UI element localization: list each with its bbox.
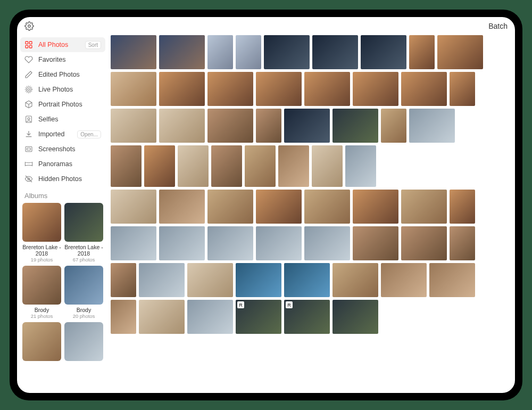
sidebar-item-favorites[interactable]: Favorites [20, 52, 105, 67]
photo-thumb[interactable] [256, 109, 281, 143]
svg-rect-10 [26, 146, 32, 151]
photo-thumb[interactable] [178, 145, 209, 187]
photo-thumb[interactable] [278, 145, 309, 187]
photo-thumb[interactable] [312, 145, 343, 187]
photo-thumb[interactable] [207, 35, 233, 69]
photo-thumb[interactable] [264, 35, 310, 69]
photo-thumb[interactable] [353, 72, 398, 106]
photo-thumb[interactable] [207, 190, 253, 224]
sidebar-item-label: All Photos [38, 41, 80, 48]
album-thumb [22, 322, 61, 361]
photo-thumb[interactable] [284, 263, 330, 297]
photo-thumb[interactable] [159, 35, 205, 69]
pencil-icon [24, 70, 33, 79]
sidebar: All Photos Sort Favorites Edited Photos … [17, 35, 109, 393]
photo-thumb[interactable] [111, 72, 156, 106]
photo-thumb[interactable] [111, 226, 156, 260]
albums-grid: Brereton Lake - 2018 19 photos Brereton … [20, 203, 105, 365]
album-item[interactable]: Brereton Lake - 2018 67 photos [64, 203, 103, 263]
photo-thumb[interactable] [381, 109, 406, 143]
photo-thumb[interactable] [332, 300, 378, 334]
photo-thumb[interactable] [187, 300, 233, 334]
eye-off-icon [24, 175, 33, 183]
panorama-icon [24, 160, 33, 168]
photo-thumb[interactable] [139, 300, 185, 334]
sort-button[interactable]: Sort [85, 41, 101, 49]
sidebar-item-live[interactable]: Live Photos [20, 82, 105, 97]
photo-thumb[interactable] [111, 145, 142, 187]
photo-thumb[interactable] [437, 35, 483, 69]
album-count: 20 photos [64, 313, 103, 319]
photo-thumb[interactable] [236, 263, 281, 297]
sidebar-item-screenshots[interactable]: Screenshots [20, 142, 105, 157]
photo-thumb[interactable] [245, 145, 276, 187]
photo-thumb[interactable] [361, 35, 406, 69]
sidebar-item-hidden[interactable]: Hidden Photos [20, 171, 105, 186]
album-item[interactable]: Brody 20 photos [64, 266, 103, 319]
screenshot-icon [24, 145, 33, 153]
photo-thumb[interactable] [401, 72, 447, 106]
photo-thumb[interactable] [345, 145, 376, 187]
photo-thumb[interactable] [450, 190, 475, 224]
photo-thumb[interactable] [284, 109, 330, 143]
photo-thumb[interactable] [211, 145, 242, 187]
photo-grid[interactable]: RR [109, 35, 515, 393]
photo-thumb[interactable] [139, 263, 185, 297]
photo-thumb[interactable] [332, 263, 378, 297]
album-count: 19 photos [22, 257, 61, 263]
photo-thumb[interactable] [409, 109, 455, 143]
sidebar-item-portrait[interactable]: Portrait Photos [20, 97, 105, 112]
photo-thumb[interactable] [159, 190, 205, 224]
photo-thumb[interactable] [304, 190, 350, 224]
gear-icon[interactable] [24, 21, 34, 31]
sidebar-item-edited[interactable]: Edited Photos [20, 67, 105, 82]
album-thumb [64, 322, 103, 361]
photo-thumb[interactable] [159, 72, 205, 106]
sidebar-item-selfies[interactable]: Selfies [20, 112, 105, 127]
photo-thumb[interactable] [450, 226, 475, 260]
photo-thumb[interactable] [256, 226, 302, 260]
album-item[interactable]: Brereton Lake - 2018 19 photos [22, 203, 61, 263]
photo-thumb[interactable] [332, 109, 378, 143]
photo-thumb[interactable] [256, 190, 302, 224]
photo-thumb[interactable] [144, 145, 175, 187]
photo-thumb[interactable] [381, 263, 427, 297]
photo-thumb[interactable] [312, 35, 358, 69]
photo-thumb[interactable] [207, 72, 253, 106]
photo-thumb[interactable] [304, 72, 350, 106]
photo-thumb[interactable] [401, 190, 447, 224]
batch-button[interactable]: Batch [488, 22, 508, 30]
ipad-frame: Batch All Photos Sort Favorites Edited P… [10, 10, 522, 400]
photo-thumb[interactable] [236, 35, 261, 69]
open-button[interactable]: Open... [77, 130, 101, 138]
photo-thumb[interactable] [353, 190, 398, 224]
photo-thumb[interactable] [429, 263, 475, 297]
photo-thumb[interactable]: R [284, 300, 330, 334]
photo-thumb[interactable] [256, 72, 302, 106]
sidebar-item-label: Portrait Photos [38, 101, 101, 108]
photo-thumb[interactable] [450, 72, 475, 106]
photo-thumb[interactable] [187, 263, 233, 297]
photo-thumb[interactable] [207, 109, 253, 143]
photo-thumb[interactable] [401, 226, 447, 260]
album-item[interactable] [64, 322, 103, 361]
screen: Batch All Photos Sort Favorites Edited P… [17, 17, 515, 393]
sidebar-item-imported[interactable]: Imported Open... [20, 127, 105, 142]
photo-thumb[interactable] [159, 109, 205, 143]
photo-thumb[interactable] [353, 226, 398, 260]
photo-thumb[interactable] [111, 300, 136, 334]
album-item[interactable]: Brody 21 photos [22, 266, 61, 319]
album-item[interactable] [22, 322, 61, 361]
photo-row [109, 145, 512, 187]
sidebar-item-all-photos[interactable]: All Photos Sort [20, 37, 105, 52]
photo-thumb[interactable] [111, 263, 136, 297]
photo-thumb[interactable] [304, 226, 350, 260]
photo-thumb[interactable] [111, 190, 156, 224]
photo-thumb[interactable] [111, 109, 156, 143]
sidebar-item-panoramas[interactable]: Panoramas [20, 157, 105, 171]
photo-thumb[interactable] [207, 226, 253, 260]
photo-thumb[interactable]: R [236, 300, 281, 334]
photo-thumb[interactable] [111, 35, 156, 69]
photo-thumb[interactable] [159, 226, 205, 260]
photo-thumb[interactable] [409, 35, 435, 69]
